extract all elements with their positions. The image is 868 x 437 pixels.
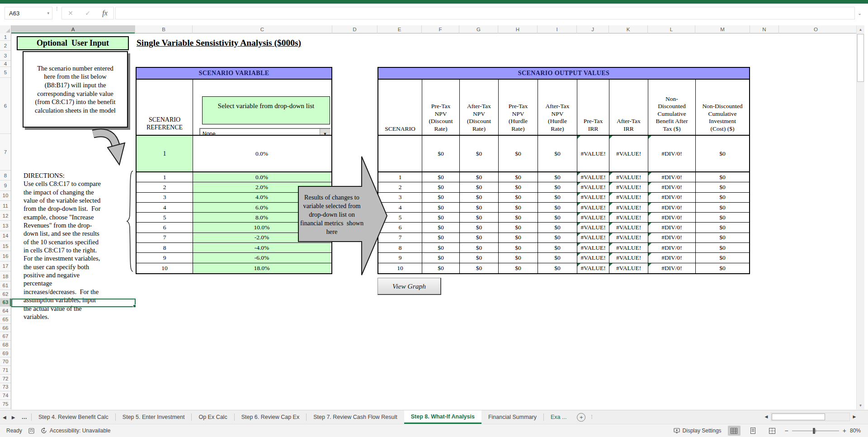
more-sheets-icon[interactable]: … bbox=[18, 410, 31, 424]
output-cell[interactable]: $0 bbox=[499, 203, 538, 212]
horizontal-scroll-thumb[interactable] bbox=[772, 413, 825, 420]
output-cell[interactable]: $0 bbox=[538, 263, 577, 273]
insert-function-icon[interactable]: fx bbox=[102, 9, 108, 17]
scenario-reference-value[interactable]: 1 bbox=[137, 136, 193, 171]
output-cell[interactable]: #DIV/0! bbox=[648, 203, 696, 212]
row-header[interactable]: 61 bbox=[0, 281, 11, 290]
output-cell[interactable]: #VALUE! bbox=[577, 203, 609, 212]
output-col-cumulative-investment[interactable]: Non-Discounted Cumulative Investment (Co… bbox=[696, 80, 749, 135]
output-cell[interactable]: #VALUE! bbox=[609, 253, 648, 262]
row-header[interactable]: 9 bbox=[0, 180, 11, 190]
output-cell[interactable]: #DIV/0! bbox=[648, 233, 696, 242]
row-header[interactable]: 72 bbox=[0, 375, 11, 383]
output-cell[interactable]: $0 bbox=[460, 263, 499, 273]
output-cell[interactable]: $0 bbox=[460, 243, 499, 252]
tab-scroll-left-icon[interactable]: ◀ bbox=[0, 410, 9, 424]
output-cell[interactable]: $0 bbox=[460, 172, 499, 182]
output-summary-cell[interactable]: #VALUE! bbox=[609, 136, 648, 171]
output-cell[interactable]: $0 bbox=[422, 213, 460, 222]
output-cell[interactable]: $0 bbox=[499, 182, 538, 192]
output-cell[interactable]: $0 bbox=[538, 253, 577, 262]
output-cell[interactable]: #DIV/0! bbox=[648, 213, 696, 222]
output-cell[interactable]: $0 bbox=[696, 223, 749, 232]
output-cell[interactable]: $0 bbox=[460, 213, 499, 222]
output-cell[interactable]: $0 bbox=[499, 193, 538, 202]
row-header[interactable]: 1 bbox=[0, 33, 11, 41]
row-header[interactable]: 64 bbox=[0, 307, 11, 315]
output-cell[interactable]: $0 bbox=[422, 172, 460, 182]
column-header[interactable]: E bbox=[377, 25, 422, 33]
output-cell[interactable]: #VALUE! bbox=[577, 213, 609, 222]
view-graph-button[interactable]: View Graph bbox=[377, 278, 441, 295]
vertical-scrollbar[interactable]: ▲ ▼ bbox=[856, 25, 864, 409]
tab-step6[interactable]: Step 6. Review Cap Ex bbox=[235, 410, 307, 424]
row-header[interactable]: 62 bbox=[0, 290, 11, 299]
output-cell[interactable]: #VALUE! bbox=[577, 263, 609, 273]
output-cell[interactable]: #DIV/0! bbox=[648, 223, 696, 232]
output-cell[interactable]: $0 bbox=[499, 233, 538, 242]
output-col-aftertax-npv-hurdle[interactable]: After-Tax NPV (Hurdle Rate) bbox=[538, 80, 577, 135]
output-cell[interactable]: $0 bbox=[422, 263, 460, 273]
zoom-in-button[interactable]: + bbox=[843, 427, 846, 434]
output-cell[interactable]: #DIV/0! bbox=[648, 172, 696, 182]
row-header[interactable]: 65 bbox=[0, 315, 11, 324]
output-cell[interactable]: #VALUE! bbox=[609, 213, 648, 222]
output-cell[interactable]: $0 bbox=[422, 182, 460, 192]
display-settings-button[interactable]: Display Settings bbox=[674, 428, 722, 434]
page-layout-view-button[interactable] bbox=[747, 426, 760, 436]
zoom-slider-handle[interactable] bbox=[813, 428, 815, 434]
tab-step5[interactable]: Step 5. Enter Investment bbox=[116, 410, 192, 424]
output-cell[interactable]: #VALUE! bbox=[577, 223, 609, 232]
tab-opex-calc[interactable]: Op Ex Calc bbox=[192, 410, 234, 424]
output-summary-cell[interactable]: #VALUE! bbox=[577, 136, 609, 171]
scenario-reference-label[interactable]: SCENARIO REFERENCE bbox=[137, 80, 193, 135]
row-header[interactable]: 4 bbox=[0, 61, 11, 67]
scenario-number-cell[interactable]: 3 bbox=[137, 193, 193, 202]
output-cell[interactable]: $0 bbox=[422, 203, 460, 212]
row-header[interactable]: 8 bbox=[0, 171, 11, 180]
scenario-number-cell[interactable]: 5 bbox=[137, 213, 193, 222]
scroll-down-icon[interactable]: ▼ bbox=[857, 401, 864, 409]
output-cell[interactable]: #VALUE! bbox=[609, 203, 648, 212]
output-cell[interactable]: #DIV/0! bbox=[648, 243, 696, 252]
row-header[interactable]: 6 bbox=[0, 78, 11, 134]
formula-bar-drag-dots[interactable]: ⁞ bbox=[56, 8, 59, 19]
row-header[interactable]: 71 bbox=[0, 366, 11, 375]
output-col-scenario[interactable]: SCENARIO bbox=[378, 80, 422, 135]
output-cell[interactable]: $0 bbox=[422, 193, 460, 202]
output-cell[interactable]: $0 bbox=[696, 193, 749, 202]
tab-step8-active[interactable]: Step 8. What-If Analysis bbox=[404, 410, 481, 424]
row-header[interactable]: 18 bbox=[0, 271, 11, 281]
column-header[interactable]: O bbox=[779, 25, 853, 33]
output-cell[interactable]: $0 bbox=[696, 243, 749, 252]
column-header[interactable]: F bbox=[422, 25, 459, 33]
column-header[interactable]: K bbox=[609, 25, 648, 33]
column-header[interactable]: A bbox=[11, 25, 135, 33]
output-summary-cell[interactable]: $0 bbox=[499, 136, 538, 171]
scenario-number-cell[interactable]: 8 bbox=[137, 243, 193, 252]
output-col-cumulative-benefit[interactable]: Non- Discounted Cumulative Benefit After… bbox=[648, 80, 696, 135]
output-cell[interactable]: $0 bbox=[696, 203, 749, 212]
output-cell[interactable]: #VALUE! bbox=[609, 263, 648, 273]
new-sheet-icon[interactable]: + bbox=[577, 413, 585, 422]
output-cell[interactable]: #VALUE! bbox=[577, 243, 609, 252]
output-cell[interactable]: #DIV/0! bbox=[648, 263, 696, 273]
output-cell[interactable]: $0 bbox=[422, 223, 460, 232]
tab-scroll-right-icon[interactable]: ▶ bbox=[9, 410, 18, 424]
output-cell[interactable]: $0 bbox=[460, 203, 499, 212]
row-header[interactable]: 13 bbox=[0, 221, 11, 231]
output-cell[interactable]: #VALUE! bbox=[609, 193, 648, 202]
output-cell[interactable]: #VALUE! bbox=[609, 172, 648, 182]
row-header[interactable]: 68 bbox=[0, 341, 11, 349]
output-cell[interactable]: $0 bbox=[538, 203, 577, 212]
output-cell[interactable]: #VALUE! bbox=[577, 182, 609, 192]
column-header[interactable]: G bbox=[459, 25, 498, 33]
output-summary-cell[interactable]: #DIV/0! bbox=[648, 136, 696, 171]
output-cell[interactable]: $0 bbox=[499, 172, 538, 182]
scenario-number-cell[interactable]: 2 bbox=[137, 182, 193, 192]
column-header[interactable]: C bbox=[193, 25, 332, 33]
output-col-pretax-npv-discount[interactable]: Pre-Tax NPV (Discount Rate) bbox=[422, 80, 460, 135]
output-cell[interactable]: #VALUE! bbox=[577, 172, 609, 182]
output-cell[interactable]: $0 bbox=[696, 233, 749, 242]
output-cell[interactable]: $0 bbox=[460, 193, 499, 202]
